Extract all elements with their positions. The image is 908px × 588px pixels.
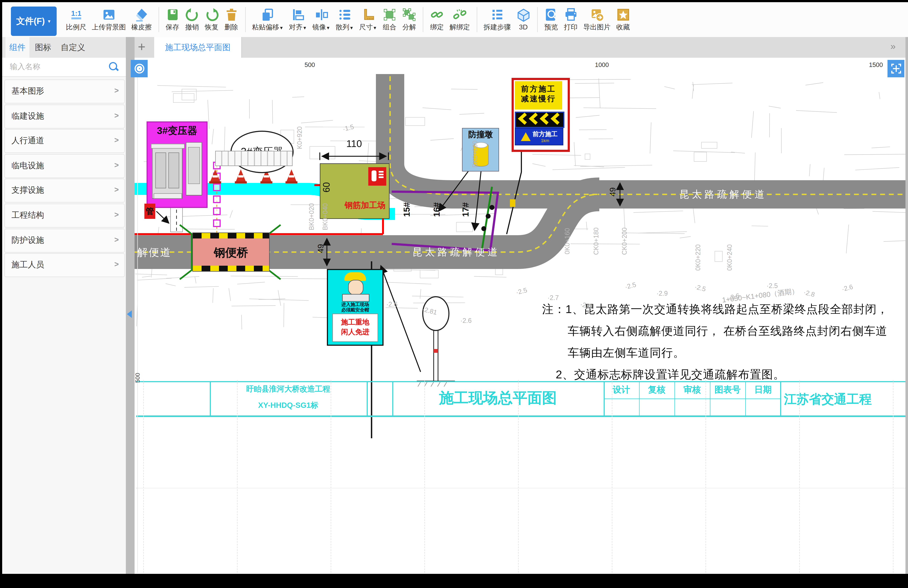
sign-line2: 减速慢行 <box>515 94 562 104</box>
transformer-cabinet-2 <box>186 142 202 196</box>
image-button[interactable]: 上传背景图 <box>89 3 129 37</box>
chevron-panel <box>515 112 564 128</box>
sidebar-category-6[interactable]: 工程结构> <box>4 204 125 228</box>
star-button[interactable]: 收藏 <box>613 3 633 37</box>
category-label: 施工人员 <box>11 260 44 270</box>
ruler-mark-1000: 1000 <box>595 61 609 68</box>
station-label: CK0+200 <box>621 227 628 255</box>
category-label: 工程结构 <box>11 210 44 220</box>
toolbar-button-label: 对齐▼ <box>289 22 307 32</box>
search-placeholder: 输入名称 <box>10 62 40 72</box>
save-button[interactable]: 保存 <box>163 3 182 37</box>
chevron-right-icon: > <box>114 210 119 219</box>
sidebar-tab-1[interactable]: 组件 <box>5 37 29 58</box>
bind-button[interactable]: 绑定 <box>427 3 447 37</box>
new-tab-button[interactable]: + <box>138 39 145 55</box>
spot-elevation: ·2.6 <box>386 300 398 308</box>
mirror-button[interactable]: 镜像▼ <box>310 3 333 37</box>
dim-110-label: 110 <box>338 138 370 150</box>
construction-sign[interactable]: 前方施工 减速慢行 前方施工 1km <box>512 78 570 152</box>
trash-button[interactable]: 删除 <box>222 3 241 37</box>
ungroup-button[interactable]: 分解 <box>399 3 419 37</box>
pipe-red-label[interactable]: 管 <box>144 204 155 219</box>
chevron-right-icon: > <box>114 111 119 120</box>
cube-button[interactable]: 3D <box>514 3 533 37</box>
eraser-button[interactable]: 橡皮擦 <box>129 3 155 37</box>
road-right-text: 昆 太 路 疏 解 便 道 <box>643 188 801 201</box>
sidebar-category-1[interactable]: 基本图形> <box>4 79 125 103</box>
sidebar-category-3[interactable]: 人行通道> <box>4 129 125 153</box>
toolbar-button-label: 撤销 <box>185 22 199 32</box>
transformer-station-box[interactable]: 3#变压器 <box>147 121 208 208</box>
note-line-4: 2、交通标志标牌设置详见交通疏解布置图。 <box>556 367 785 382</box>
search-input[interactable]: 输入名称 <box>2 58 126 77</box>
scatter-button[interactable]: 散列▼ <box>333 3 356 37</box>
note-line-3: 车辆由左侧车道同行。 <box>568 345 685 360</box>
ruler-button[interactable]: 尺寸▼ <box>356 3 380 37</box>
image-icon <box>102 8 116 22</box>
file-menu-button[interactable]: 文件(F) ▼ <box>11 6 57 36</box>
toolbar-button-label: 组合 <box>383 22 396 32</box>
sidebar-tab-3[interactable]: 自定义 <box>57 37 89 58</box>
unbind-button[interactable]: 解绑定 <box>447 3 473 37</box>
scale-button[interactable]: 1:1比例尺 <box>63 3 89 37</box>
sidebar-category-4[interactable]: 临电设施> <box>4 154 125 178</box>
rebar-yard-label: 钢筋加工场 <box>340 200 390 211</box>
toolbar-button-label: 上传背景图 <box>92 22 126 32</box>
toolbar: 文件(F) ▼ 1:1比例尺上传背景图橡皮擦保存撤销恢复删除粘贴偏移▼对齐▼镜像… <box>2 2 908 38</box>
toolbar-button-label: 保存 <box>166 22 179 32</box>
search-icon[interactable] <box>109 62 117 70</box>
steel-bridge-box[interactable]: 钢便桥 <box>192 233 270 272</box>
station-label: 0K0+220 <box>694 244 702 271</box>
align-icon <box>291 8 305 22</box>
preview-button[interactable]: 预览 <box>541 3 561 37</box>
left-gutter[interactable] <box>126 37 135 574</box>
sidebar-category-5[interactable]: 支撑设施> <box>4 179 125 203</box>
align-button[interactable]: 对齐▼ <box>286 3 310 37</box>
chevron-right-icon: > <box>114 136 119 145</box>
ruler-mark-500: 500 <box>304 61 315 68</box>
mirror-icon <box>314 8 328 22</box>
station-label: 0K0+160 <box>563 228 571 254</box>
collapse-left-arrow[interactable] <box>127 310 132 318</box>
locate-button[interactable] <box>887 60 904 77</box>
document-tab[interactable]: 施工现场总平面图 <box>154 37 242 58</box>
dim-60-label: 60 <box>322 179 332 196</box>
redo-button[interactable]: 恢复 <box>202 3 222 37</box>
paste-button[interactable]: 粘贴偏移▼ <box>250 3 287 37</box>
steps-button[interactable]: 拆建步骤 <box>481 3 514 37</box>
grid-dash-line <box>893 380 894 573</box>
transformer-cabinet-1 <box>152 146 182 199</box>
sidebar-tab-2[interactable]: 图标 <box>29 37 57 58</box>
chevron-right-icon: > <box>114 161 119 169</box>
group-button[interactable]: 组合 <box>380 3 399 37</box>
temporary-buildings[interactable] <box>215 151 293 166</box>
worker-sign-top2: 必须戴安全帽 <box>328 307 382 313</box>
grid-dash-line <box>799 380 800 573</box>
horizontal-ruler: 50010001500 <box>135 58 905 75</box>
chevron-right-icon: > <box>114 86 119 95</box>
worker-safety-sign[interactable]: 进入施工现场 必须戴安全帽 施工重地 闲人免进 <box>327 269 383 346</box>
tab-overflow-icon[interactable]: » <box>890 42 896 52</box>
toolbar-button-label: 解绑定 <box>449 22 470 32</box>
toolbar-button-label: 橡皮擦 <box>131 22 152 32</box>
export-button[interactable]: 导出图片 <box>581 3 613 37</box>
document-tabbar: + 施工现场总平面图 » <box>135 37 905 58</box>
grid-dotted-line <box>136 488 905 488</box>
toolbar-button-label: 预览 <box>544 22 558 32</box>
ellipse-tool-button[interactable] <box>131 60 148 77</box>
print-button[interactable]: 打印 <box>561 3 581 37</box>
anti-collision-box[interactable]: 防撞墩 <box>462 128 499 172</box>
undo-button[interactable]: 撤销 <box>182 3 202 37</box>
pier-label-1: 15# <box>402 198 412 222</box>
ruler-icon <box>361 8 375 22</box>
right-gutter[interactable] <box>905 37 908 574</box>
toolbar-separator <box>423 7 423 32</box>
pier-label-3: 17# <box>461 198 471 222</box>
sidebar-category-7[interactable]: 防护设施> <box>4 228 125 252</box>
worker-shoulders <box>342 294 369 302</box>
spot-elevation: ·2.6 <box>460 317 472 325</box>
drawing-surface[interactable]: 3#变压器 3#变压器 <box>135 74 905 574</box>
sidebar-category-8[interactable]: 施工人员> <box>4 253 125 277</box>
sidebar-category-2[interactable]: 临建设施> <box>4 104 125 128</box>
